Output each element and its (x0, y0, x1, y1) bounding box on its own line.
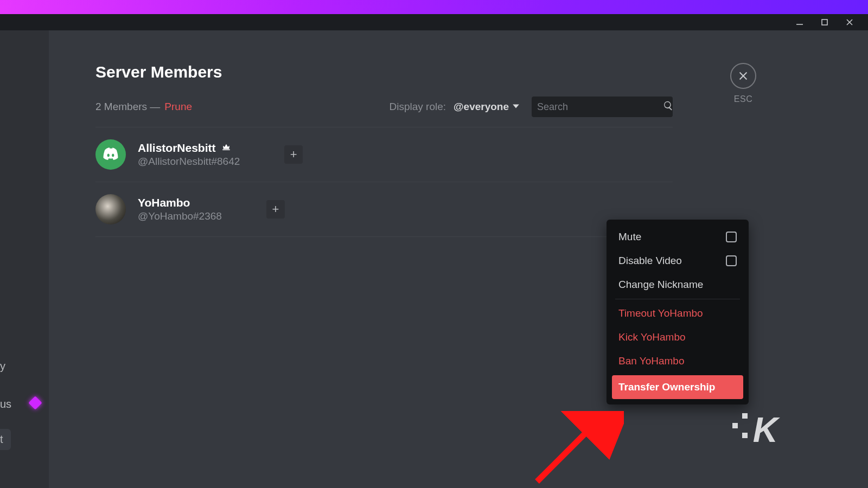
member-context-menu: Mute Disable Video Change Nickname Timeo… (607, 220, 749, 404)
sidebar-item-truncated[interactable]: t (0, 429, 11, 450)
window-maximize-button[interactable] (817, 15, 832, 30)
checkbox-icon[interactable] (726, 255, 737, 266)
ctx-disable-video-label: Disable Video (618, 255, 682, 267)
page-title: Server Members (95, 63, 673, 81)
ctx-transfer-label: Transfer Ownership (618, 381, 715, 393)
member-tag: @AllistorNesbitt#8642 (138, 156, 240, 168)
sidebar-item-truncated[interactable]: y (0, 356, 5, 377)
window-titlebar (0, 14, 868, 30)
window-minimize-button[interactable] (792, 15, 807, 30)
avatar (95, 194, 126, 224)
avatar (95, 139, 126, 170)
ctx-kick[interactable]: Kick YoHambo (612, 325, 743, 349)
prune-link[interactable]: Prune (164, 101, 192, 113)
sidebar-item-truncated[interactable]: us (0, 394, 11, 415)
chevron-down-icon (512, 101, 520, 113)
ctx-ban[interactable]: Ban YoHambo (612, 349, 743, 373)
ctx-transfer-ownership[interactable]: Transfer Ownership (612, 375, 743, 399)
ctx-disable-video[interactable]: Disable Video (612, 249, 743, 273)
owner-crown-icon (221, 142, 231, 154)
role-filter-dropdown[interactable]: @everyone (454, 101, 520, 113)
ctx-mute-label: Mute (618, 231, 641, 243)
member-name: YoHambo (138, 196, 190, 209)
member-row[interactable]: AllistorNesbitt @AllistorNesbitt#8642 + (95, 127, 673, 182)
member-texts: AllistorNesbitt @AllistorNesbitt#8642 (138, 142, 240, 168)
controls-row: 2 Members — Prune Display role: @everyon… (95, 97, 673, 117)
search-icon (663, 100, 674, 113)
add-role-button[interactable]: + (284, 145, 303, 164)
ctx-change-nickname-label: Change Nickname (618, 279, 703, 291)
ctx-mute[interactable]: Mute (612, 225, 743, 249)
discord-logo-icon (101, 145, 120, 164)
watermark: K (732, 410, 776, 450)
window-close-button[interactable] (842, 15, 857, 30)
search-input[interactable] (537, 101, 663, 113)
checkbox-icon[interactable] (726, 232, 737, 242)
ctx-kick-label: Kick YoHambo (618, 331, 686, 343)
ctx-change-nickname[interactable]: Change Nickname (612, 273, 743, 297)
member-count: 2 Members — (95, 101, 160, 113)
member-row[interactable]: YoHambo @YoHambo#2368 + (95, 182, 673, 237)
member-tag: @YoHambo#2368 (138, 210, 222, 222)
search-field[interactable] (532, 97, 673, 117)
desktop-frame: y us t Server Members 2 Members — Prune … (0, 0, 868, 488)
role-filter-label: Display role: (389, 101, 446, 113)
member-name: AllistorNesbitt (138, 142, 216, 155)
sidebar-edge (49, 30, 63, 488)
watermark-letter: K (753, 410, 776, 450)
ctx-timeout[interactable]: Timeout YoHambo (612, 301, 743, 325)
ctx-timeout-label: Timeout YoHambo (618, 307, 703, 319)
menu-separator (615, 299, 740, 299)
close-icon (737, 70, 749, 82)
watermark-dots-icon (732, 413, 748, 438)
boost-icon (28, 396, 42, 409)
esc-label: ESC (734, 94, 752, 104)
svg-rect-1 (822, 20, 827, 25)
member-texts: YoHambo @YoHambo#2368 (138, 196, 222, 222)
add-role-button[interactable]: + (266, 200, 285, 219)
ctx-ban-label: Ban YoHambo (618, 355, 685, 367)
role-filter-selected: @everyone (454, 101, 509, 113)
settings-sidebar: y us t (0, 30, 49, 488)
close-settings-button[interactable] (730, 63, 756, 89)
